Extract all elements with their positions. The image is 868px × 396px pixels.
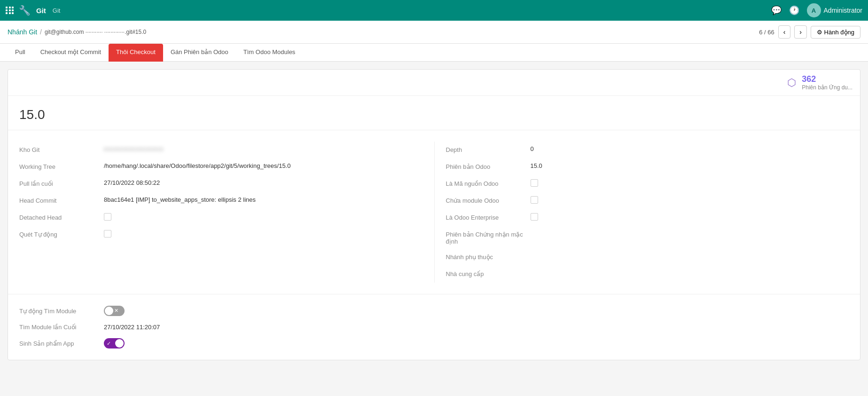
tab-checkout-commit[interactable]: Checkout một Commit bbox=[33, 44, 109, 61]
value-pull-lan-cuoi: 27/10/2022 08:50:22 bbox=[104, 179, 434, 186]
checkbox-la-enterprise[interactable] bbox=[531, 213, 538, 221]
action-button[interactable]: ⚙ Hành động bbox=[811, 26, 860, 39]
breadcrumb-actions: 6 / 66 ‹ › ⚙ Hành động bbox=[759, 25, 860, 39]
card-topbar: ⬡ 362 Phiên bản Ứng du... bbox=[8, 70, 860, 96]
field-nha-cung-cap: Nhà cung cấp bbox=[446, 266, 849, 283]
label-depth: Depth bbox=[446, 145, 531, 153]
username: Administrator bbox=[824, 7, 862, 14]
next-button[interactable]: › bbox=[794, 25, 807, 39]
field-depth: Depth 0 bbox=[446, 142, 849, 158]
label-tu-dong-tim-module: Tự động Tìm Module bbox=[19, 308, 104, 315]
field-tu-dong-tim-module: Tự động Tìm Module ✕ bbox=[19, 302, 849, 320]
navbar-app-name: Git bbox=[36, 7, 46, 15]
checkbox-detached-head[interactable] bbox=[104, 213, 111, 221]
checkbox-la-ma-nguon[interactable] bbox=[531, 179, 538, 187]
record-header: 15.0 bbox=[8, 96, 860, 130]
label-working-tree: Working Tree bbox=[19, 162, 104, 170]
label-phien-ban-odoo: Phiên bản Odoo bbox=[446, 162, 531, 170]
record-card: ⬡ 362 Phiên bản Ứng du... 15.0 Kho Git ●… bbox=[8, 69, 860, 360]
topbar-count: 362 bbox=[802, 74, 852, 84]
pagination-text: 6 / 66 bbox=[759, 29, 774, 36]
label-pull-lan-cuoi: Pull lần cuối bbox=[19, 179, 104, 187]
module-icon: ⬡ bbox=[787, 77, 796, 89]
field-head-commit: Head Commit 8bac164e1 [IMP] to_website_a… bbox=[19, 192, 434, 209]
field-working-tree: Working Tree /home/hang/.local/share/Odo… bbox=[19, 158, 434, 175]
field-tim-module-lan-cuoi: Tìm Module lần Cuối 27/10/2022 11:20:07 bbox=[19, 320, 849, 334]
chat-icon[interactable]: 💬 bbox=[771, 5, 782, 16]
tab-tim-modules[interactable]: Tìm Odoo Modules bbox=[236, 44, 303, 61]
topbar-label: Phiên bản Ứng du... bbox=[802, 84, 852, 91]
field-detached-head: Detached Head bbox=[19, 209, 434, 226]
field-nhanh-phu-thuoc: Nhánh phụ thuộc bbox=[446, 249, 849, 266]
label-quet-tu-dong: Quét Tự động bbox=[19, 230, 104, 238]
tab-gan-phien-ban[interactable]: Gán Phiên bản Odoo bbox=[163, 44, 236, 61]
value-kho-git: ●●●●●●●●●●●●● bbox=[104, 145, 434, 152]
fields-area: Kho Git ●●●●●●●●●●●●● Working Tree /home… bbox=[8, 130, 860, 294]
field-pull-lan-cuoi: Pull lần cuối 27/10/2022 08:50:22 bbox=[19, 175, 434, 192]
label-nhanh-phu-thuoc: Nhánh phụ thuộc bbox=[446, 253, 531, 261]
breadcrumb-current: git@github.com ··········· ·············… bbox=[45, 29, 146, 35]
label-la-enterprise: Là Odoo Enterprise bbox=[446, 213, 531, 221]
toggle-tu-dong-tim-module[interactable]: ✕ bbox=[104, 306, 125, 316]
value-phien-ban-odoo: 15.0 bbox=[531, 162, 849, 169]
breadcrumb: Nhánh Git / git@github.com ··········· ·… bbox=[0, 21, 868, 44]
topbar-count-area: 362 Phiên bản Ứng du... bbox=[802, 74, 852, 91]
label-head-commit: Head Commit bbox=[19, 196, 104, 204]
fields-left: Kho Git ●●●●●●●●●●●●● Working Tree /home… bbox=[19, 142, 434, 283]
navbar-app-label: Git bbox=[53, 7, 61, 14]
tab-thoi-checkout[interactable]: Thôi Checkout bbox=[109, 44, 163, 62]
breadcrumb-separator: / bbox=[40, 28, 42, 36]
label-nha-cung-cap: Nhà cung cấp bbox=[446, 269, 531, 277]
avatar: A bbox=[807, 3, 821, 17]
field-kho-git: Kho Git ●●●●●●●●●●●●● bbox=[19, 142, 434, 158]
label-chua-module: Chứa module Odoo bbox=[446, 196, 531, 204]
label-kho-git: Kho Git bbox=[19, 145, 104, 153]
field-quet-tu-dong: Quét Tự động bbox=[19, 226, 434, 243]
bottom-section: Tự động Tìm Module ✕ Tìm Module lần Cuối… bbox=[8, 294, 860, 360]
checkbox-chua-module[interactable] bbox=[531, 196, 538, 204]
prev-button[interactable]: ‹ bbox=[778, 25, 791, 39]
field-la-enterprise: Là Odoo Enterprise bbox=[446, 209, 849, 226]
label-la-ma-nguon: Là Mã nguồn Odoo bbox=[446, 179, 531, 187]
label-phien-ban-chung-nhan: Phiên bản Chứng nhận mặc định bbox=[446, 230, 531, 245]
fields-right: Depth 0 Phiên bản Odoo 15.0 Là Mã nguồn … bbox=[434, 142, 849, 283]
record-title: 15.0 bbox=[19, 107, 849, 122]
field-sinh-san-pham-app: Sinh Sản phẩm App ✓ bbox=[19, 334, 849, 352]
tabs-bar: Pull Checkout một Commit Thôi Checkout G… bbox=[0, 44, 868, 62]
value-depth: 0 bbox=[531, 145, 849, 152]
fields-grid: Kho Git ●●●●●●●●●●●●● Working Tree /home… bbox=[19, 142, 849, 283]
tab-pull[interactable]: Pull bbox=[8, 44, 33, 61]
main-content: ⬡ 362 Phiên bản Ứng du... 15.0 Kho Git ●… bbox=[0, 62, 868, 368]
breadcrumb-parent[interactable]: Nhánh Git bbox=[8, 28, 37, 36]
label-tim-module-lan-cuoi: Tìm Module lần Cuối bbox=[19, 324, 104, 331]
value-working-tree: /home/hang/.local/share/Odoo/filestore/a… bbox=[104, 162, 434, 169]
apps-menu-icon[interactable] bbox=[6, 7, 14, 14]
navbar: 🔧 Git Git 💬 🕐 A Administrator bbox=[0, 0, 868, 21]
clock-icon[interactable]: 🕐 bbox=[789, 5, 799, 16]
field-chua-module: Chứa module Odoo bbox=[446, 192, 849, 209]
field-la-ma-nguon: Là Mã nguồn Odoo bbox=[446, 175, 849, 192]
git-app-icon: 🔧 bbox=[19, 5, 31, 16]
field-phien-ban-odoo: Phiên bản Odoo 15.0 bbox=[446, 158, 849, 175]
checkbox-quet-tu-dong[interactable] bbox=[104, 230, 111, 238]
label-detached-head: Detached Head bbox=[19, 213, 104, 221]
value-head-commit: 8bac164e1 [IMP] to_website_apps_store: e… bbox=[104, 196, 434, 203]
user-menu[interactable]: A Administrator bbox=[807, 3, 862, 17]
toggle-sinh-san-pham-app[interactable]: ✓ bbox=[104, 338, 125, 348]
field-phien-ban-chung-nhan: Phiên bản Chứng nhận mặc định bbox=[446, 226, 849, 249]
navbar-actions: 💬 🕐 A Administrator bbox=[771, 3, 862, 17]
label-sinh-san-pham-app: Sinh Sản phẩm App bbox=[19, 340, 104, 347]
value-tim-module-lan-cuoi: 27/10/2022 11:20:07 bbox=[104, 324, 160, 331]
